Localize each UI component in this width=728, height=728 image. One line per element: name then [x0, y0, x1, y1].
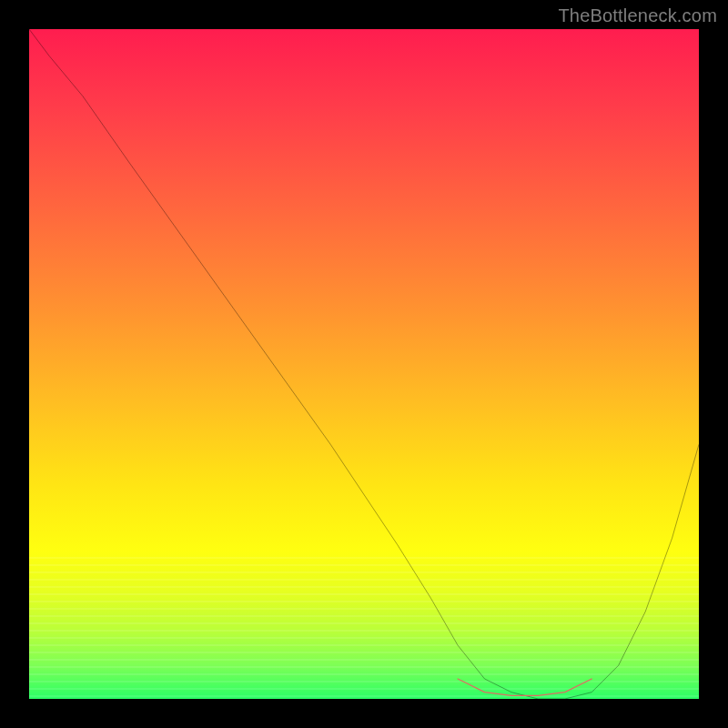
chart-container: TheBottleneck.com	[0, 0, 728, 728]
watermark-text: TheBottleneck.com	[558, 5, 717, 26]
plot-area	[29, 29, 699, 699]
min-region-highlight	[458, 679, 592, 695]
bottleneck-curve-path	[29, 29, 699, 699]
green-band-stripes	[29, 551, 699, 699]
curve-svg	[29, 29, 699, 699]
